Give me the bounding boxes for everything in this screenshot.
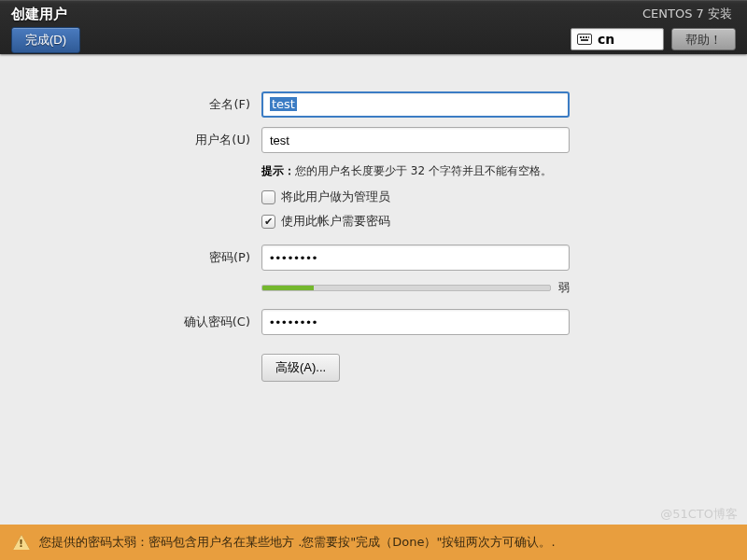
keyboard-layout-indicator[interactable]: cn bbox=[571, 28, 664, 50]
watermark: @51CTO博客 bbox=[660, 506, 738, 523]
password-strength-row: 弱 bbox=[261, 280, 654, 296]
form-content: 全名(F) test 用户名(U) 提示：您的用户名长度要少于 32 个字符并且… bbox=[0, 54, 747, 382]
installer-title: CENTOS 7 安装 bbox=[571, 6, 732, 22]
username-label: 用户名(U) bbox=[93, 132, 261, 148]
require-password-checkbox[interactable] bbox=[261, 215, 275, 229]
confirm-password-label: 确认密码(C) bbox=[93, 314, 261, 330]
password-strength-bar bbox=[261, 285, 551, 291]
warning-text: 您提供的密码太弱：密码包含用户名在某些地方 .您需要按"完成（Done）"按钮两… bbox=[39, 534, 556, 551]
warning-bar: 您提供的密码太弱：密码包含用户名在某些地方 .您需要按"完成（Done）"按钮两… bbox=[0, 525, 747, 560]
admin-checkbox-row[interactable]: 将此用户做为管理员 bbox=[261, 189, 654, 205]
username-hint: 提示：您的用户名长度要少于 32 个字符并且不能有空格。 bbox=[261, 162, 598, 179]
header-bar: 创建用户 完成(D) CENTOS 7 安装 cn 帮助！ bbox=[0, 0, 747, 54]
fullname-label: 全名(F) bbox=[93, 96, 261, 113]
page-title: 创建用户 bbox=[11, 6, 80, 23]
require-password-row[interactable]: 使用此帐户需要密码 bbox=[261, 213, 654, 230]
advanced-button[interactable]: 高级(A)... bbox=[261, 354, 340, 382]
help-button[interactable]: 帮助！ bbox=[671, 28, 736, 50]
password-input[interactable] bbox=[261, 245, 570, 271]
confirm-password-input[interactable] bbox=[261, 309, 570, 335]
password-strength-label: 弱 bbox=[558, 280, 570, 296]
keyboard-layout-label: cn bbox=[598, 32, 614, 47]
require-password-label: 使用此帐户需要密码 bbox=[281, 213, 390, 230]
admin-checkbox-label: 将此用户做为管理员 bbox=[281, 189, 390, 205]
fullname-input[interactable]: test bbox=[261, 91, 570, 118]
done-button[interactable]: 完成(D) bbox=[11, 27, 80, 53]
keyboard-icon bbox=[577, 34, 592, 45]
header-right: CENTOS 7 安装 cn 帮助！ bbox=[559, 0, 747, 54]
warning-icon bbox=[13, 535, 30, 550]
header-left: 创建用户 完成(D) bbox=[0, 0, 92, 54]
admin-checkbox[interactable] bbox=[261, 190, 275, 204]
password-label: 密码(P) bbox=[93, 249, 261, 266]
username-input[interactable] bbox=[261, 127, 570, 153]
